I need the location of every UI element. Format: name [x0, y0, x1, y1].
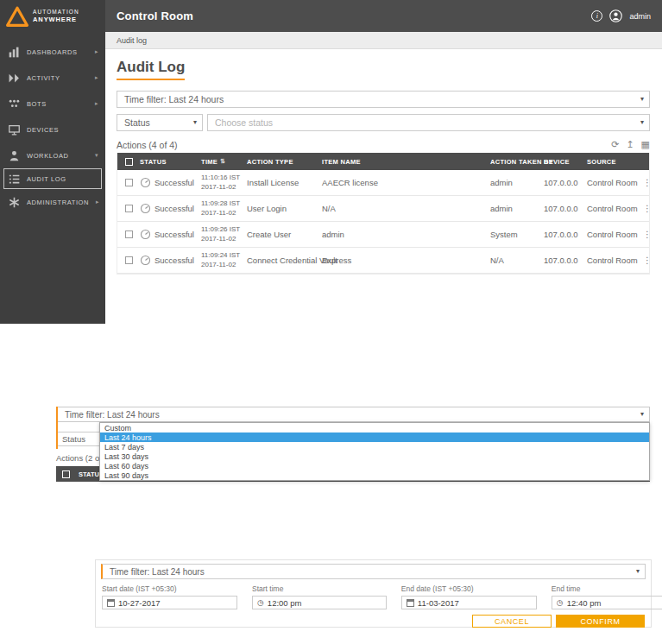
row-menu-kebab-icon[interactable]: ⋮: [643, 230, 651, 239]
control-room-window: AUTOMATION ANYWHERE DASHBOARDS ▸ ACTIVIT…: [0, 0, 662, 324]
sidebar-item-administration[interactable]: ADMINISTRATION ▸: [0, 189, 105, 215]
table-grid-icon[interactable]: ▦: [641, 139, 650, 150]
table-row[interactable]: Successful 11:09:28 IST2017-11-02 User L…: [117, 196, 649, 222]
end-date-input-wrap: [401, 596, 537, 609]
action-type-cell: User Login: [247, 204, 322, 213]
breadcrumb-label[interactable]: Audit log: [117, 36, 147, 45]
bots-icon: [9, 98, 20, 110]
dropdown-option-last-7-days[interactable]: Last 7 days: [100, 442, 649, 451]
sidebar-item-devices[interactable]: DEVICES: [0, 117, 105, 142]
export-icon[interactable]: ↥: [626, 139, 634, 150]
cancel-button[interactable]: CANCEL: [472, 615, 552, 628]
table-row[interactable]: Successful 11:10:16 IST2017-11-02 Instal…: [117, 170, 649, 196]
start-date-input[interactable]: [118, 598, 232, 608]
sidebar-item-label: BOTS: [27, 100, 47, 108]
start-time-label: Start time: [252, 584, 387, 593]
status-successful-icon: [140, 229, 151, 240]
dashboards-icon: [9, 47, 20, 58]
status-successful-icon: [140, 177, 151, 188]
action-taken-by-cell: admin: [490, 178, 544, 187]
sidebar-item-activity[interactable]: ACTIVITY ▸: [0, 65, 105, 91]
column-header-device[interactable]: DEVICE: [544, 158, 587, 166]
sidebar-item-dashboards[interactable]: DASHBOARDS ▸: [0, 39, 105, 65]
choose-status-select[interactable]: Choose status ▾: [207, 114, 650, 131]
row-menu-kebab-icon[interactable]: ⋮: [643, 178, 651, 187]
sidebar-item-label: DEVICES: [27, 126, 59, 134]
select-all-checkbox[interactable]: [125, 158, 133, 166]
status-select[interactable]: Status ▾: [117, 114, 203, 131]
header-actions: i admin: [591, 9, 651, 22]
table-header: STATUS TIME ⇅ ACTION TYPE ITEM NAME ACTI…: [117, 153, 649, 170]
sidebar-item-workload[interactable]: WORKLOAD ▾: [0, 142, 105, 168]
logo-line1: AUTOMATION: [33, 9, 79, 16]
chevron-right-icon: ▸: [96, 199, 99, 205]
column-header-label: TIME: [201, 158, 218, 166]
status-successful-icon: [140, 203, 151, 214]
action-taken-by-cell: admin: [490, 204, 544, 213]
sort-icon[interactable]: ⇅: [220, 158, 225, 165]
sidebar-item-label: ADMINISTRATION: [27, 199, 89, 206]
logged-in-user[interactable]: admin: [629, 12, 651, 21]
column-header-action-taken-by[interactable]: ACTION TAKEN BY: [490, 158, 544, 166]
start-time-input-wrap: ◷: [252, 596, 387, 609]
calendar-icon[interactable]: [407, 599, 414, 607]
confirm-button[interactable]: CONFIRM: [556, 615, 645, 628]
chevron-down-icon: ▾: [636, 567, 640, 575]
column-header-action-type[interactable]: ACTION TYPE: [247, 158, 322, 166]
time-value: 11:09:26 IST: [201, 225, 247, 234]
end-time-field-group: End time ◷: [552, 584, 662, 609]
audit-log-table: STATUS TIME ⇅ ACTION TYPE ITEM NAME ACTI…: [117, 153, 650, 275]
row-checkbox[interactable]: [125, 230, 133, 238]
user-avatar-icon[interactable]: [609, 9, 622, 22]
table-row[interactable]: Successful 11:09:26 IST2017-11-02 Create…: [117, 222, 649, 248]
time-filter-select[interactable]: Time filter: Last 24 hours ▾: [101, 564, 646, 579]
clock-icon[interactable]: ◷: [557, 599, 564, 607]
row-menu-kebab-icon[interactable]: ⋮: [643, 256, 651, 265]
device-cell: 107.0.0.0: [544, 230, 587, 239]
info-icon[interactable]: i: [591, 10, 602, 22]
column-header-item-name[interactable]: ITEM NAME: [322, 158, 490, 166]
workload-icon: [9, 150, 20, 161]
date-value: 2017-11-02: [201, 261, 247, 269]
action-type-cell: Create User: [247, 230, 322, 239]
row-checkbox[interactable]: [125, 179, 133, 186]
column-header-status[interactable]: STATUS: [140, 158, 201, 166]
time-filter-select[interactable]: Time filter: Last 24 hours ▾: [56, 407, 650, 422]
start-time-input[interactable]: [268, 598, 381, 608]
date-range-fields: Start date (IST +05:30) Start time ◷ End…: [96, 579, 651, 609]
status-filter-row: Status ▾ Choose status ▾: [117, 114, 650, 131]
row-checkbox[interactable]: [125, 256, 133, 264]
calendar-icon[interactable]: [107, 599, 115, 607]
end-time-input[interactable]: [567, 598, 662, 608]
refresh-icon[interactable]: ⟳: [611, 139, 619, 150]
dropdown-option-last-24-hours[interactable]: Last 24 hours: [100, 432, 649, 442]
end-date-input[interactable]: [418, 598, 532, 608]
status-select-label: Status: [124, 117, 150, 128]
dropdown-option-last-60-days[interactable]: Last 60 days: [100, 461, 649, 470]
table-row[interactable]: Successful 11:09:24 IST2017-11-02 Connec…: [117, 248, 649, 274]
logo-text: AUTOMATION ANYWHERE: [33, 9, 79, 24]
dropdown-option-last-30-days[interactable]: Last 30 days: [100, 451, 649, 461]
clock-icon[interactable]: ◷: [257, 599, 264, 607]
administration-icon: [9, 197, 20, 208]
column-header-source[interactable]: SOURCE: [587, 158, 643, 166]
item-name-cell: admin: [322, 230, 490, 239]
select-all-checkbox[interactable]: [62, 470, 70, 478]
dropdown-option-custom[interactable]: Custom: [100, 423, 649, 432]
time-filter-value: Time filter: Last 24 hours: [124, 94, 224, 104]
sidebar-item-audit-log[interactable]: AUDIT LOG: [3, 168, 102, 189]
audit-log-icon: [9, 174, 20, 185]
page-content: Audit Log Time filter: Last 24 hours ▾ S…: [105, 49, 662, 324]
time-filter-select[interactable]: Time filter: Last 24 hours ▾: [117, 91, 650, 108]
row-checkbox[interactable]: [125, 205, 133, 212]
start-date-field-group: Start date (IST +05:30): [102, 584, 237, 609]
source-cell: Control Room: [587, 256, 643, 265]
dropdown-option-last-90-days[interactable]: Last 90 days: [100, 470, 649, 480]
sidebar: AUTOMATION ANYWHERE DASHBOARDS ▸ ACTIVIT…: [0, 0, 105, 324]
column-header-time[interactable]: TIME ⇅: [201, 158, 247, 166]
sidebar-item-bots[interactable]: BOTS ▸: [0, 91, 105, 117]
top-header-bar: Control Room i admin: [105, 0, 662, 32]
row-menu-kebab-icon[interactable]: ⋮: [643, 204, 651, 213]
chevron-down-icon: ▾: [640, 118, 644, 126]
sidebar-item-label: WORKLOAD: [27, 152, 69, 160]
